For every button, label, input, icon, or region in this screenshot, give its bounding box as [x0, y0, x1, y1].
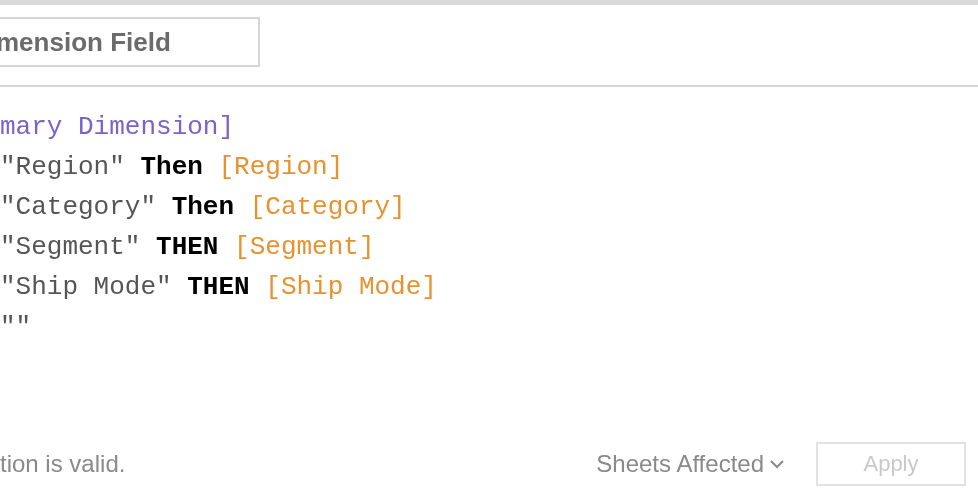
code-token-string: "Region": [0, 152, 125, 182]
chevron-down-icon: [770, 459, 784, 469]
code-token-field: [Segment]: [234, 232, 374, 262]
sheets-affected-dropdown[interactable]: Sheets Affected: [596, 450, 784, 478]
code-token-field: [Ship Mode]: [265, 272, 437, 302]
validation-status: tion is valid.: [0, 450, 596, 478]
code-token-keyword: Then: [172, 192, 234, 222]
header-row: [0, 5, 978, 85]
sheets-affected-label: Sheets Affected: [596, 450, 764, 478]
calc-name-input[interactable]: [0, 17, 260, 67]
code-token-field: [Category]: [250, 192, 406, 222]
code-token-string: "Segment": [0, 232, 140, 262]
formula-editor[interactable]: mary Dimension] "Region" Then [Region] "…: [0, 87, 978, 407]
code-token-parameter: mary Dimension]: [0, 112, 234, 142]
code-token-string: "Category": [0, 192, 156, 222]
code-token-keyword: THEN: [187, 272, 249, 302]
code-token-field: [Region]: [218, 152, 343, 182]
code-token-keyword: THEN: [156, 232, 218, 262]
code-token-string: "Ship Mode": [0, 272, 172, 302]
footer-bar: tion is valid. Sheets Affected Apply: [0, 442, 978, 492]
apply-button[interactable]: Apply: [816, 442, 966, 486]
code-token-keyword: Then: [140, 152, 202, 182]
code-token-string: "": [0, 312, 31, 342]
